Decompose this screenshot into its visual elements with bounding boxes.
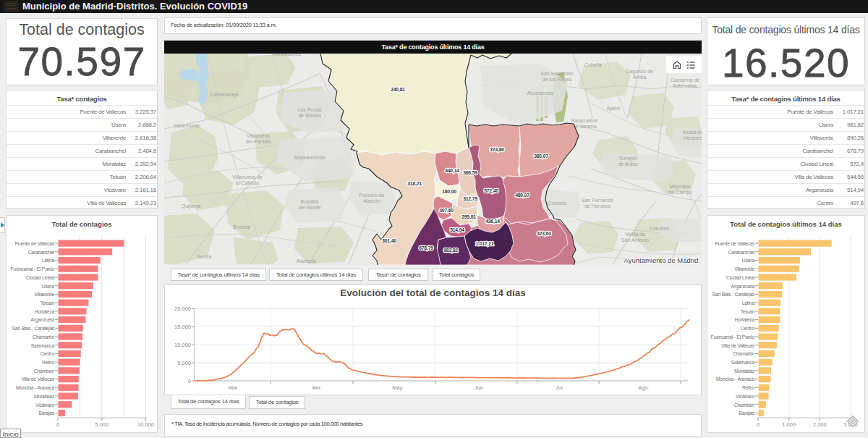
svg-text:Chamberí: Chamberí <box>734 403 755 408</box>
svg-text:407,60: 407,60 <box>439 208 454 214</box>
svg-text:Henares: Henares <box>684 135 702 140</box>
svg-text:Hortaleza: Hortaleza <box>735 317 755 322</box>
svg-text:312,79: 312,79 <box>463 196 477 202</box>
svg-text:Vicálvaro: Vicálvaro <box>736 394 754 399</box>
svg-text:20.000: 20.000 <box>174 306 191 312</box>
svg-text:0: 0 <box>188 378 191 384</box>
svg-text:Abr.: Abr. <box>312 384 321 391</box>
svg-text:10.000: 10.000 <box>174 342 191 348</box>
svg-text:Brunete: Brunete <box>233 224 251 229</box>
svg-text:5.000: 5.000 <box>95 421 109 428</box>
svg-text:180,00: 180,00 <box>442 189 456 195</box>
svg-text:678,79: 678,79 <box>419 245 433 251</box>
svg-text:436,14: 436,14 <box>485 219 500 224</box>
svg-text:Quijorna: Quijorna <box>182 203 201 209</box>
svg-text:Ajalvir: Ajalvir <box>606 106 621 111</box>
svg-text:1.017,21: 1.017,21 <box>476 241 494 247</box>
svg-text:514,04: 514,04 <box>450 227 464 233</box>
svg-text:San Blas - Canillejas: San Blas - Canillejas <box>12 326 54 332</box>
svg-text:301,40: 301,40 <box>382 238 396 244</box>
svg-text:Moncloa - Aravaca: Moncloa - Aravaca <box>716 376 754 382</box>
svg-text:Coslada: Coslada <box>548 201 566 206</box>
svg-text:366,59: 366,59 <box>463 170 477 176</box>
svg-text:Carabanchel: Carabanchel <box>28 250 55 255</box>
svg-text:Retiro: Retiro <box>742 385 754 390</box>
svg-text:Fuencarral - El Pardo: Fuencarral - El Pardo <box>711 334 755 340</box>
svg-text:Puente de Vallecas: Puente de Vallecas <box>715 241 755 246</box>
svg-text:San Fernando: San Fernando <box>582 198 613 203</box>
svg-text:Valdemorillo: Valdemorillo <box>173 123 200 128</box>
svg-text:Pozuelo de: Pozuelo de <box>359 193 384 198</box>
svg-text:de Henares: de Henares <box>584 203 611 209</box>
svg-text:0: 0 <box>757 421 760 428</box>
svg-text:Centro: Centro <box>41 351 55 356</box>
svg-text:del Campo: del Campo <box>668 190 692 195</box>
svg-text:San Sebastián: San Sebastián <box>540 71 574 76</box>
svg-text:981,82: 981,82 <box>443 248 458 253</box>
svg-text:Cobeña: Cobeña <box>584 62 603 67</box>
svg-text:Chamartín: Chamartín <box>33 334 54 340</box>
svg-text:Torrejón: Torrejón <box>618 156 637 161</box>
svg-text:Esteruelas: Esteruelas <box>673 83 697 88</box>
svg-text:Chamartín: Chamartín <box>733 351 754 356</box>
svg-text:Chamberí: Chamberí <box>34 368 55 374</box>
svg-text:San Antonio: San Antonio <box>621 237 649 243</box>
svg-text:Barajas: Barajas <box>739 410 754 416</box>
svg-text:Moratalaz: Moratalaz <box>34 394 55 399</box>
svg-text:Salamanca: Salamanca <box>31 343 55 348</box>
svg-text:Alcobendas: Alcobendas <box>527 90 554 96</box>
svg-text:de Ardoz: de Ardoz <box>618 161 638 167</box>
svg-text:572,40: 572,40 <box>484 188 498 194</box>
svg-text:Torrelodones: Torrelodones <box>272 54 302 56</box>
svg-text:San Blas - Canillejas: San Blas - Canillejas <box>712 292 754 298</box>
svg-text:May.: May. <box>392 384 404 391</box>
svg-text:Carabanchel: Carabanchel <box>728 250 755 255</box>
svg-text:Latina: Latina <box>742 300 755 306</box>
svg-text:Centro: Centro <box>741 326 755 331</box>
svg-text:Villaverde: Villaverde <box>34 292 54 297</box>
svg-text:Jun.: Jun. <box>475 384 485 391</box>
svg-text:Velilla de: Velilla de <box>625 232 645 237</box>
svg-text:480,07: 480,07 <box>515 193 529 198</box>
svg-text:240,81: 240,81 <box>391 87 405 93</box>
svg-text:Las Rozas: Las Rozas <box>297 107 322 112</box>
svg-text:Boadilla: Boadilla <box>301 199 319 204</box>
svg-text:295,01: 295,01 <box>461 214 476 220</box>
svg-text:Majadahonda: Majadahonda <box>294 155 326 161</box>
svg-text:Vicálvaro: Vicálvaro <box>35 403 54 408</box>
svg-text:Jul.: Jul. <box>556 384 564 391</box>
svg-text:Villa de Vallecas: Villa de Vallecas <box>21 376 55 382</box>
svg-text:Villanueva: Villanueva <box>247 133 270 138</box>
svg-text:Arganzuela: Arganzuela <box>731 284 755 290</box>
svg-text:Villanueva de: Villanueva de <box>232 174 263 180</box>
svg-text:Arganzuela: Arganzuela <box>31 317 55 323</box>
svg-text:15.000: 15.000 <box>174 324 191 330</box>
svg-text:Barajas: Barajas <box>38 410 54 416</box>
svg-text:de los Reyes: de los Reyes <box>542 77 572 83</box>
svg-text:374,80: 374,80 <box>490 147 504 153</box>
svg-text:Latina: Latina <box>42 258 55 263</box>
svg-text:Villaverde: Villaverde <box>734 266 754 271</box>
svg-text:Ayuntamiento de Madrid.: Ayuntamiento de Madrid. <box>624 256 700 264</box>
svg-text:de Jarama: de Jarama <box>572 124 596 129</box>
svg-text:Ciudad Lineal: Ciudad Lineal <box>726 275 755 280</box>
svg-text:Ago.: Ago. <box>638 384 649 391</box>
svg-text:del Monte: del Monte <box>299 205 321 210</box>
svg-text:0: 0 <box>56 421 59 428</box>
svg-text:Alameda: Alameda <box>296 258 316 264</box>
svg-text:Puente de Vallecas: Puente de Vallecas <box>15 241 55 246</box>
svg-text:Fuencarral - El Pardo: Fuencarral - El Pardo <box>11 266 55 271</box>
svg-text:473,63: 473,63 <box>537 231 551 237</box>
svg-text:10.000: 10.000 <box>137 421 154 428</box>
svg-text:Tetuán: Tetuán <box>741 309 755 314</box>
svg-text:Daganzo de: Daganzo de <box>626 69 653 75</box>
svg-text:Ciudad Lineal: Ciudad Lineal <box>26 275 55 280</box>
svg-text:de Madrid: de Madrid <box>298 113 320 118</box>
svg-text:Loeches: Loeches <box>650 226 670 231</box>
svg-text:1.000: 1.000 <box>782 421 796 428</box>
svg-text:318,21: 318,21 <box>407 181 422 187</box>
svg-text:Mar.: Mar. <box>229 384 239 391</box>
svg-text:Camarma de: Camarma de <box>671 77 700 83</box>
svg-text:440,14: 440,14 <box>445 168 459 174</box>
svg-text:Salamanca: Salamanca <box>731 360 755 365</box>
